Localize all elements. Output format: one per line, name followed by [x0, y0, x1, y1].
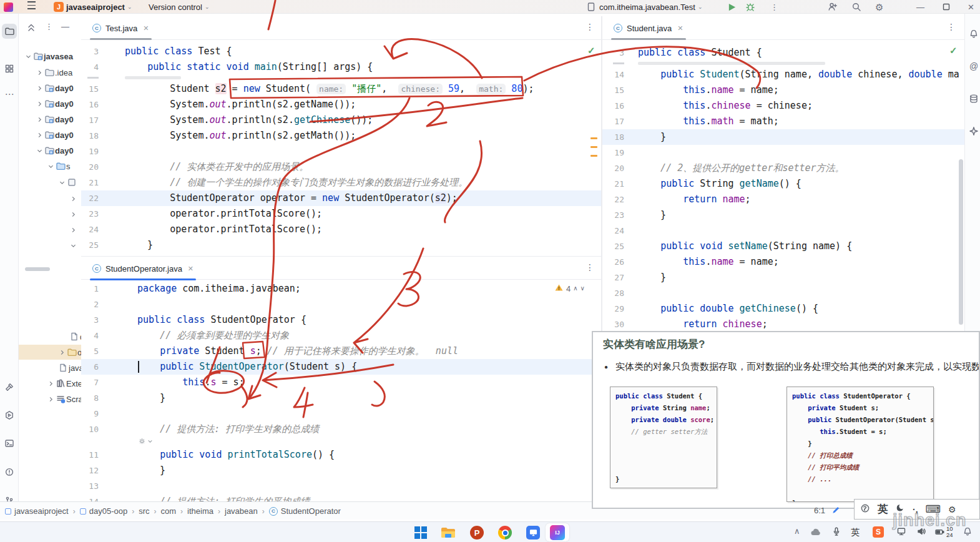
line-number[interactable]: 24: [602, 223, 624, 239]
line-number[interactable]: 30: [602, 317, 624, 332]
code-line[interactable]: 30 return chinese;: [602, 317, 964, 332]
code-line[interactable]: 4 // 必须拿到要处理的学生对象: [81, 328, 602, 343]
code-line[interactable]: 11 public void printTotalScore() {: [81, 447, 602, 463]
chevron-right-icon[interactable]: [35, 69, 44, 76]
chevron-right-icon[interactable]: [35, 116, 44, 123]
line-number[interactable]: 2: [81, 297, 99, 312]
terminal-icon[interactable]: [2, 436, 17, 451]
code-line[interactable]: 21 public String getName() {: [602, 176, 964, 192]
ime-language-mode[interactable]: 英: [878, 502, 888, 516]
tray-expand-icon[interactable]: ∧: [794, 527, 800, 535]
code-fold-region[interactable]: [602, 61, 964, 67]
warning-stripe[interactable]: [590, 146, 597, 148]
file-explorer-icon[interactable]: [441, 525, 456, 540]
breadcrumb-item-StudentOperator[interactable]: CStudentOperator: [269, 506, 341, 516]
structure-icon[interactable]: [2, 61, 17, 76]
tree-item-out[interactable]: out: [19, 345, 81, 360]
line-number[interactable]: 14: [602, 67, 624, 82]
breadcrumb-item-com[interactable]: com: [161, 506, 177, 516]
inspection-ok-icon[interactable]: ✓: [587, 45, 595, 56]
code-line[interactable]: 3public class Test {: [81, 44, 602, 59]
line-number[interactable]: 19: [602, 145, 624, 160]
code-line[interactable]: 15 Student s2 = new Student( name: "播仔",…: [81, 81, 602, 97]
chrome-icon[interactable]: [497, 525, 512, 540]
line-number[interactable]: 14: [81, 494, 99, 501]
line-number[interactable]: 4: [81, 328, 99, 343]
code-line[interactable]: 5 private Student s; // 用于记住将来要操作的学生对象。 …: [81, 343, 602, 359]
close-button[interactable]: ✕: [968, 0, 974, 14]
code-line[interactable]: 23 operator.printTotalScore();: [81, 206, 602, 222]
build-hammer-icon[interactable]: [2, 380, 17, 395]
code-line[interactable]: 21 // 创建一个学生的操作对象专门负责对学生对象的数据进行业务处理。: [81, 175, 602, 190]
tree-item-d[interactable]: d: [19, 329, 81, 344]
breadcrumb-item-day05oop[interactable]: day05-oop: [80, 506, 127, 516]
debug-button[interactable]: [745, 0, 755, 14]
code-line[interactable]: 9: [81, 406, 602, 421]
microphone-icon[interactable]: [831, 526, 841, 536]
line-number[interactable]: 26: [602, 254, 624, 270]
tree-item-day0[interactable]: day0: [19, 96, 81, 111]
notifications-bell-icon[interactable]: [966, 26, 980, 41]
line-number[interactable]: 15: [602, 82, 624, 98]
tree-item[interactable]: [19, 207, 81, 222]
meeting-app-icon[interactable]: [526, 525, 541, 540]
line-number[interactable]: 29: [602, 301, 624, 317]
main-menu-icon[interactable]: [27, 0, 36, 14]
line-number[interactable]: 16: [81, 97, 99, 112]
cloud-sync-icon[interactable]: [810, 527, 822, 537]
tree-item[interactable]: [19, 238, 81, 253]
powerpoint-icon[interactable]: P: [469, 525, 484, 540]
app-logo-icon[interactable]: [4, 0, 13, 14]
line-number[interactable]: 12: [81, 463, 99, 478]
maximize-button[interactable]: [941, 0, 951, 14]
code-line[interactable]: 14 // 提供方法: 打印学生的平均成绩: [81, 494, 602, 501]
tree-item-idea[interactable]: .idea: [19, 65, 81, 80]
line-number[interactable]: 7: [81, 375, 99, 390]
code-line[interactable]: 26 this.name = name;: [602, 254, 964, 270]
panel-options-icon[interactable]: ⋮: [45, 22, 53, 31]
tree-item-java[interactable]: java: [19, 360, 81, 375]
code-fold-region[interactable]: [81, 75, 602, 81]
line-number[interactable]: 6: [81, 359, 99, 375]
caret-position[interactable]: 6:1: [814, 506, 825, 515]
code-line[interactable]: 3public class StudentOperator {: [81, 312, 602, 328]
line-number[interactable]: 21: [602, 176, 624, 192]
line-number[interactable]: 20: [81, 159, 99, 175]
tree-item[interactable]: [19, 191, 81, 206]
problems-icon[interactable]: [2, 465, 17, 480]
tree-item-s[interactable]: s: [19, 159, 81, 174]
code-line[interactable]: 19: [81, 144, 602, 159]
code-line[interactable]: 25 }: [81, 237, 602, 253]
code-line[interactable]: 6 public StudentOperator(Student s) {: [81, 359, 602, 375]
code-line[interactable]: 2: [81, 297, 602, 312]
breadcrumb-item-itheima[interactable]: itheima: [187, 506, 213, 516]
line-number[interactable]: 23: [81, 206, 99, 222]
code-line[interactable]: 10 // 提供方法: 打印学生对象的总成绩: [81, 421, 602, 437]
add-user-icon[interactable]: [828, 0, 838, 14]
code-line[interactable]: 3public class Student {: [602, 45, 964, 61]
code-line[interactable]: 18 }: [602, 129, 964, 145]
chevron-right-icon[interactable]: [69, 195, 77, 202]
line-number[interactable]: 4: [81, 59, 99, 75]
breadcrumb-item-src[interactable]: src: [139, 506, 149, 516]
chevron-right-icon[interactable]: [57, 349, 66, 356]
chevron-down-icon[interactable]: [46, 163, 55, 170]
code-line[interactable]: 16 System.out.println(s2.getName());: [81, 97, 602, 112]
code-line[interactable]: 15 this.name = name;: [602, 82, 964, 98]
tree-item[interactable]: [19, 222, 81, 237]
tab-student-java[interactable]: C Student.java ✕: [607, 16, 690, 40]
line-number[interactable]: 1: [81, 281, 99, 297]
inspection-ok-icon[interactable]: ✓: [949, 45, 958, 56]
chevron-down-icon[interactable]: [35, 147, 44, 154]
line-number[interactable]: 22: [81, 190, 99, 206]
tree-scrollbar[interactable]: [25, 267, 50, 271]
warning-stripe[interactable]: [590, 137, 597, 139]
more-tools-icon[interactable]: ⋯: [2, 86, 17, 101]
code-line[interactable]: 22 return name;: [602, 192, 964, 207]
minimize-button[interactable]: —: [916, 0, 924, 14]
line-number[interactable]: 18: [81, 128, 99, 144]
code-line[interactable]: 17 this.math = math;: [602, 114, 964, 129]
breadcrumb-item-javaseaiproject[interactable]: javaseaiproject: [5, 506, 69, 516]
line-number[interactable]: 25: [81, 237, 99, 253]
inspection-warning-widget[interactable]: 4 ∧ ∨: [554, 283, 585, 294]
